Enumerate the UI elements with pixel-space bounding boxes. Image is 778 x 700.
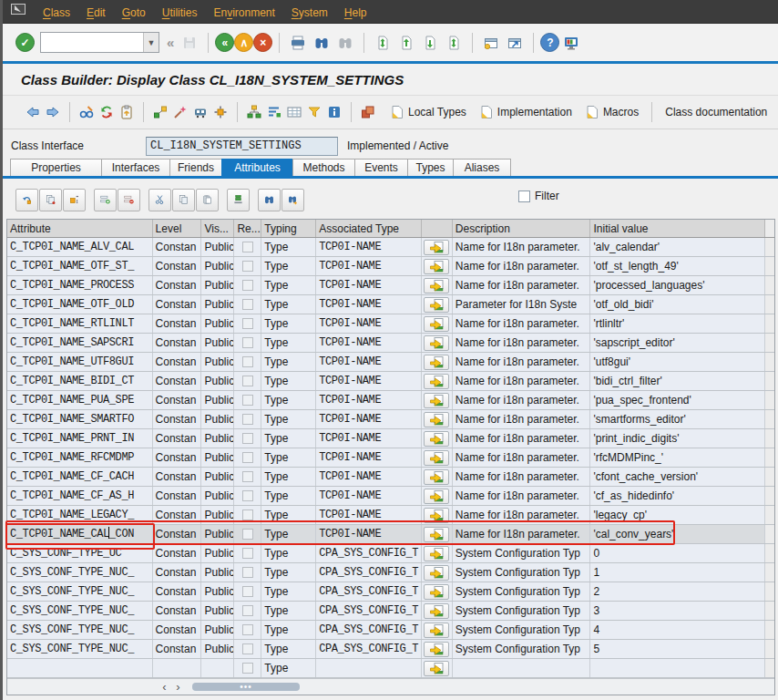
read-only-checkbox[interactable] (242, 433, 253, 444)
read-only-checkbox[interactable] (234, 334, 261, 352)
copy-attribute-button[interactable] (39, 189, 62, 211)
read-only-checkbox[interactable] (242, 663, 253, 674)
navigate-type-button[interactable] (424, 508, 449, 523)
navigate-type-button[interactable] (424, 355, 449, 370)
paste-button[interactable] (196, 189, 219, 211)
menu-item-system[interactable]: System (283, 5, 336, 21)
menu-item-utilities[interactable]: Utilities (154, 5, 206, 21)
read-only-checkbox[interactable] (234, 487, 261, 505)
cell-attribute[interactable]: C_SYS_CONF_TYPE_UC (7, 544, 153, 562)
cell-attribute[interactable]: C_TCP0I_NAME_PUA_SPE (7, 391, 153, 409)
navigate-type-button[interactable] (422, 353, 453, 371)
read-only-checkbox[interactable] (234, 257, 261, 275)
cell-attribute[interactable]: C_TCP0I_NAME_ALV_CAL (7, 238, 153, 256)
page-up-icon[interactable] (396, 33, 416, 53)
scroll-left-button[interactable]: ‹ (158, 681, 171, 694)
delete-row-button[interactable] (118, 189, 140, 211)
column-header-typing[interactable]: Typing (261, 220, 316, 237)
tab-friends[interactable]: Friends (169, 159, 221, 176)
table-row[interactable]: Type (7, 659, 774, 678)
table-row[interactable]: C_TCP0I_NAME_OTF_OLDConstanPublicTypeTCP… (7, 295, 774, 314)
table-row[interactable]: C_TCP0I_NAME_RFCMDMPConstanPublicTypeTCP… (7, 448, 774, 468)
read-only-checkbox[interactable] (242, 376, 253, 386)
navigate-type-button[interactable] (424, 642, 449, 657)
read-only-checkbox[interactable] (242, 471, 253, 482)
navigate-type-button[interactable] (422, 410, 453, 428)
customize-layout-icon[interactable] (561, 33, 581, 53)
hierarchy-icon[interactable] (245, 103, 263, 121)
cut-button[interactable] (148, 189, 171, 211)
scroll-right-button[interactable]: › (171, 681, 185, 694)
cell-attribute[interactable]: C_TCP0I_NAME_OTF_ST_ (7, 257, 153, 275)
navigate-type-button[interactable] (424, 623, 449, 638)
tab-aliases[interactable]: Aliases (453, 159, 511, 176)
cell-attribute[interactable] (7, 659, 153, 677)
navigate-type-button[interactable] (422, 238, 453, 256)
navigate-type-button[interactable] (424, 240, 449, 255)
navigate-type-button[interactable] (424, 259, 449, 274)
scrollbar-thumb[interactable]: ••• (192, 683, 300, 691)
macros-button[interactable]: Macros (578, 102, 645, 122)
navigate-type-button[interactable] (424, 565, 449, 581)
exit-button[interactable]: ∧ (234, 33, 253, 52)
navigate-type-button[interactable] (422, 563, 453, 582)
navigate-type-button[interactable] (424, 374, 449, 389)
first-page-icon[interactable] (373, 33, 393, 53)
read-only-checkbox[interactable] (242, 337, 253, 348)
test-icon[interactable] (191, 103, 210, 121)
read-only-checkbox[interactable] (234, 391, 261, 409)
filter-checkbox[interactable] (518, 190, 530, 202)
navigate-type-button[interactable] (424, 584, 449, 600)
enter-button[interactable]: ✓ (15, 33, 35, 52)
read-only-checkbox[interactable] (234, 582, 261, 601)
table-row[interactable]: C_TCP0I_NAME_CF_CACHConstanPublicTypeTCP… (7, 468, 774, 487)
table-row[interactable]: C_TCP0I_NAME_LEGACY_ConstanPublicTypeTCP… (7, 506, 774, 525)
command-field-dropdown-icon[interactable]: ▼ (143, 33, 159, 52)
find-next-icon[interactable] (335, 33, 355, 53)
read-only-checkbox[interactable] (242, 624, 253, 635)
read-only-checkbox[interactable] (242, 356, 253, 367)
navigate-type-button[interactable] (422, 276, 453, 294)
menu-item-edit[interactable]: Edit (78, 5, 114, 21)
navigate-type-button[interactable] (422, 334, 453, 352)
navigate-type-button[interactable] (424, 431, 449, 447)
read-only-checkbox[interactable] (242, 414, 253, 425)
read-only-checkbox[interactable] (242, 567, 253, 578)
class-interface-field[interactable] (146, 137, 338, 156)
read-only-checkbox[interactable] (234, 372, 261, 390)
help-button[interactable]: ? (540, 33, 559, 52)
navigate-type-button[interactable] (424, 661, 449, 676)
class-documentation-button[interactable]: Class documentation (659, 103, 773, 121)
cell-attribute[interactable]: C_TCP0I_NAME_CF_AS_H (7, 487, 153, 505)
read-only-checkbox[interactable] (234, 410, 261, 428)
cancel-button[interactable]: × (253, 33, 272, 52)
read-only-checkbox[interactable] (242, 452, 253, 463)
where-used-icon[interactable] (151, 103, 169, 121)
navigate-type-button[interactable] (422, 295, 453, 314)
read-only-checkbox[interactable] (234, 525, 261, 543)
undo-button[interactable] (15, 189, 38, 211)
navigate-type-button[interactable] (422, 602, 453, 620)
compress-button[interactable] (227, 189, 250, 211)
navigate-type-button[interactable] (424, 297, 449, 313)
navigate-type-button[interactable] (424, 278, 449, 293)
cell-attribute[interactable]: C_TCP0I_NAME_RTLINLT (7, 314, 153, 333)
cell-attribute[interactable]: C_TCP0I_NAME_PROCESS (7, 276, 153, 294)
table-row[interactable]: C_TCP0I_NAME_RTLINLTConstanPublicTypeTCP… (7, 314, 774, 334)
cell-attribute[interactable]: C_TCP0I_NAME_SMARTFO (7, 410, 153, 428)
cell-attribute[interactable]: C_SYS_CONF_TYPE_NUC_ (7, 621, 153, 639)
cell-attribute[interactable]: C_SYS_CONF_TYPE_NUC_ (7, 563, 153, 582)
navigate-type-button[interactable] (424, 393, 449, 408)
move-icon[interactable] (211, 103, 230, 121)
read-only-checkbox[interactable] (242, 510, 253, 520)
navigate-type-button[interactable] (422, 544, 453, 562)
navigate-type-button[interactable] (422, 372, 453, 390)
implementation-button[interactable]: Implementation (473, 102, 578, 122)
check-icon[interactable] (118, 103, 136, 121)
read-only-checkbox[interactable] (242, 242, 253, 252)
cell-attribute[interactable]: C_TCP0I_NAME_PRNT_IN (7, 429, 153, 448)
sort-icon[interactable] (265, 103, 283, 121)
command-field[interactable] (41, 33, 143, 52)
column-header-associated-type[interactable]: Associated Type (316, 220, 422, 237)
table-row[interactable]: C_TCP0I_NAME_BIDI_CTConstanPublicTypeTCP… (7, 372, 774, 391)
